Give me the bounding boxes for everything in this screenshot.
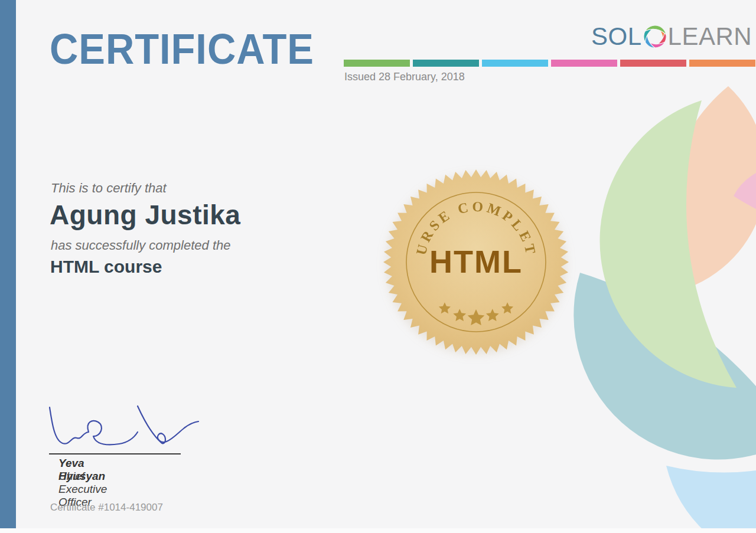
certificate-page: CERTIFICATE SOL LEARN Issued 28 February… (0, 0, 756, 533)
logo-text-sol: SOL (591, 24, 642, 50)
swirl-petal-lightblue (666, 466, 756, 533)
certify-intro-text: This is to certify that (51, 181, 167, 196)
seal-course-label: HTML (429, 244, 523, 279)
bottom-margin-strip (0, 528, 756, 533)
color-bar-segment (551, 60, 617, 67)
left-accent-bar (0, 0, 16, 528)
signature-line (49, 453, 181, 454)
course-name: HTML course (50, 257, 162, 277)
sololearn-logo: SOL LEARN (591, 24, 752, 50)
logo-text-learn: LEARN (668, 24, 752, 50)
color-bar-segment (482, 60, 548, 67)
issued-date: Issued 28 February, 2018 (344, 71, 465, 83)
recipient-name: Agung Justika (50, 199, 240, 231)
swirl-petal-pink (734, 173, 756, 209)
color-bar-row (344, 60, 756, 67)
color-bar-segment (620, 60, 686, 67)
swirl-petal-teal (573, 273, 756, 460)
swirl-petal-green (599, 100, 737, 388)
page-title: CERTIFICATE (50, 25, 314, 73)
color-bar-segment (344, 60, 410, 67)
signature-stroke (138, 406, 198, 443)
color-bar-segment (689, 60, 755, 67)
course-completed-seal: COURSE COMPLETED HTML (382, 168, 571, 357)
swirl-petal-salmon (665, 86, 756, 290)
sololearn-swirl-icon (643, 24, 667, 49)
certificate-number: Certificate #1014-419007 (50, 502, 163, 514)
completion-text: has successfully completed the (51, 238, 231, 253)
signature-graphic (41, 400, 207, 454)
color-bar-segment (413, 60, 479, 67)
signature-stroke (50, 407, 138, 444)
